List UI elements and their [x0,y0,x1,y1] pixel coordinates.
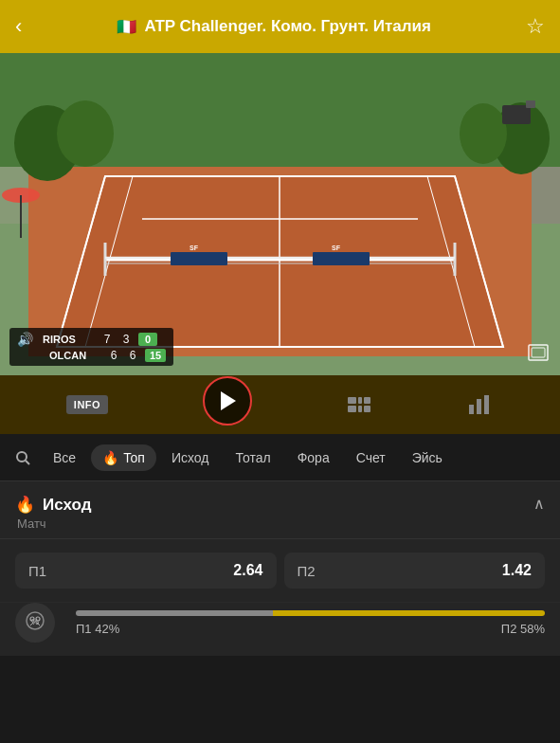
p1-current: 0 [138,333,157,346]
svg-rect-18 [313,252,370,265]
p2-set1: 6 [107,349,120,362]
svg-rect-40 [484,395,489,414]
odds-label-p1: П1 [28,563,46,579]
score-row-p1: 🔊 RIROS 7 3 0 [17,332,166,347]
p2-current: 15 [145,349,166,362]
video-toolbar: INFO [0,375,560,434]
svg-rect-36 [358,406,362,412]
tab-score[interactable]: Счет [345,444,397,471]
svg-point-41 [17,452,27,462]
p1-set2: 3 [119,333,133,346]
svg-rect-17 [171,252,227,265]
svg-point-23 [460,103,507,164]
section-fire-icon: 🔥 [15,495,35,515]
section-title-text: Исход [43,496,91,515]
odds-item-p1[interactable]: П1 2.64 [15,553,277,589]
tab-outcome[interactable]: Исход [160,444,221,471]
info-button[interactable]: INFO [66,395,108,414]
score-row-p2: OLCAN 6 6 15 [17,349,166,362]
player2-name: OLCAN [49,350,101,361]
collapse-button[interactable]: ∧ [533,495,545,513]
score-overlay: 🔊 RIROS 7 3 0 OLCAN 6 6 15 [9,328,173,366]
svg-rect-38 [469,405,474,414]
info-label: INFO [66,395,108,414]
svg-rect-33 [358,397,362,404]
video-player[interactable]: SF SF 🔊 RIROS 7 3 0 OLCAN 6 6 15 [0,53,560,375]
odds-value-p2: 1.42 [502,562,532,579]
header-title-area: 🇮🇹 ATP Challenger. Комо. Грунт. Италия [117,17,431,37]
tab-top[interactable]: 🔥 Топ [91,444,156,471]
svg-text:%: % [31,617,39,626]
p2-set2: 6 [126,349,139,362]
section-subtitle: Матч [15,516,91,531]
svg-rect-35 [348,406,356,412]
bets-content: 🔥 Исход Матч ∧ П1 2.64 П2 1.42 % [0,481,560,656]
svg-rect-25 [526,100,535,108]
svg-rect-34 [364,397,370,404]
bar-label-p1: П1 42% [76,622,119,636]
sound-icon[interactable]: 🔊 [17,332,33,347]
section-title-area: 🔥 Исход Матч [15,495,91,531]
app-header: ‹ 🇮🇹 ATP Challenger. Комо. Грунт. Италия… [0,0,560,53]
bar-label-p2: П2 58% [501,622,545,636]
tab-all[interactable]: Все [42,444,87,471]
svg-text:SF: SF [190,245,199,251]
match-title: ATP Challenger. Комо. Грунт. Италия [144,17,431,36]
player1-name: RIROS [43,334,95,345]
bar-labels: П1 42% П2 58% [76,622,545,636]
bar-p2 [273,610,545,616]
svg-rect-39 [477,399,481,414]
odds-value-p1: 2.64 [233,562,262,579]
tab-fora[interactable]: Фора [286,444,341,471]
svg-rect-32 [348,397,356,404]
svg-rect-31 [532,348,545,357]
section-header-outcome: 🔥 Исход Матч ∧ [0,481,560,539]
search-tab[interactable] [8,444,38,471]
section-title: 🔥 Исход [15,495,91,515]
fire-icon-top: 🔥 [102,450,118,465]
tab-total[interactable]: Тотал [225,444,282,471]
favorite-button[interactable]: ☆ [526,14,545,39]
odds-row: П1 2.64 П2 1.42 [0,539,560,603]
probability-bar-row: % П1 42% П2 58% [0,603,560,656]
country-flag: 🇮🇹 [117,17,136,37]
odds-item-p2[interactable]: П2 1.42 [284,553,546,589]
p1-set1: 7 [100,333,114,346]
back-button[interactable]: ‹ [15,14,22,39]
probability-bar [76,610,545,616]
svg-point-21 [57,100,114,167]
svg-rect-24 [502,105,531,124]
tab-eyss[interactable]: Эйсь [401,444,454,471]
play-icon [221,391,236,410]
svg-rect-37 [364,406,370,412]
play-button[interactable] [203,376,252,426]
stats-percentage-button[interactable]: % [15,603,55,643]
chart-button[interactable] [467,393,494,416]
grid-button[interactable] [346,393,372,416]
stats-icon: % [25,610,45,636]
svg-line-42 [26,461,29,464]
filter-tabs-bar: Все 🔥 Топ Исход Тотал Фора Счет Эйсь [0,434,560,481]
fullscreen-button[interactable] [528,344,549,366]
bar-p1 [76,610,273,616]
svg-text:SF: SF [332,245,341,251]
odds-label-p2: П2 [298,563,316,579]
